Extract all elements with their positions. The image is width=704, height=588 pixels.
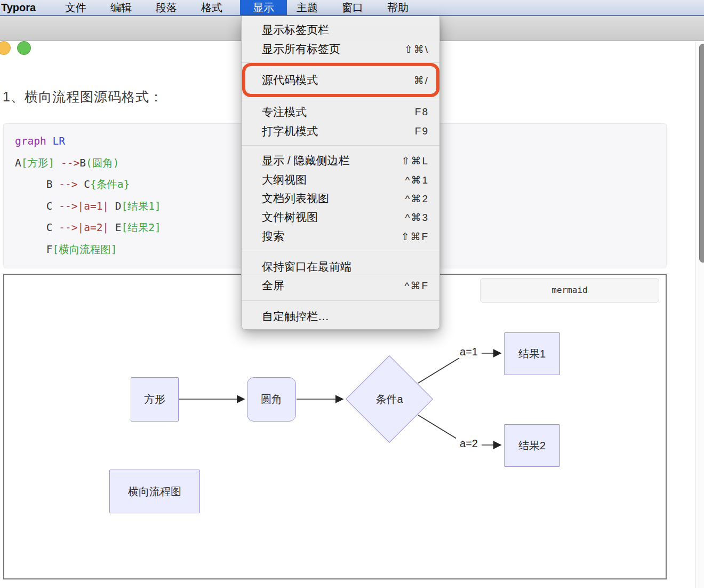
code-segment: --> xyxy=(59,178,84,190)
menu-item-show-tab-bar[interactable]: 显示标签页栏 xyxy=(242,20,439,39)
code-segment: [结果1] xyxy=(122,200,161,212)
menubar-item-themes[interactable]: 主题 xyxy=(297,0,318,15)
menu-item-keep-window-on-top[interactable]: 保持窗口在最前端 xyxy=(242,257,439,276)
code-segment: graph xyxy=(15,135,46,147)
code-segment: F xyxy=(15,243,52,256)
menubar-item-edit[interactable]: 编辑 xyxy=(110,0,132,15)
menu-separator xyxy=(242,145,439,146)
flow-node-horizontal-flowchart: 横向流程图 xyxy=(109,470,200,513)
code-segment: [结果2] xyxy=(122,221,161,234)
typora-window: 1、横向流程图源码格式： graph LR A[方形] -->B(圆角) B -… xyxy=(0,0,704,588)
flow-node-result2: 结果2 xyxy=(504,424,560,467)
menu-separator xyxy=(242,62,439,63)
code-segment xyxy=(54,157,61,169)
menubar-item-paragraph[interactable]: 段落 xyxy=(156,0,177,15)
menu-separator xyxy=(242,99,439,99)
menu-item-search[interactable]: 搜索⇧⌘F xyxy=(242,227,439,246)
menu-item-file-tree-view[interactable]: 文件树视图^⌘3 xyxy=(242,208,439,227)
code-segment: -->|a=2| xyxy=(59,221,109,234)
code-segment: B xyxy=(15,178,59,190)
code-segment: C xyxy=(84,178,90,190)
code-segment: E xyxy=(109,221,121,234)
menu-separator xyxy=(242,300,439,301)
code-segment: C xyxy=(15,200,59,212)
code-segment: [方形] xyxy=(21,157,54,169)
flow-node-rounded: 圆角 xyxy=(247,377,296,422)
code-segment: -->|a=1| xyxy=(59,200,109,212)
code-segment: D xyxy=(109,200,121,212)
menu-item-document-list-view[interactable]: 文档列表视图^⌘2 xyxy=(242,189,439,208)
menu-separator xyxy=(242,251,439,251)
menu-item-show-all-tabs[interactable]: 显示所有标签页⇧⌘\ xyxy=(242,39,439,59)
code-segment: [横向流程图] xyxy=(52,243,117,256)
menu-item-customize-touch-bar[interactable]: 自定触控栏… xyxy=(242,307,439,326)
code-segment: LR xyxy=(46,135,65,147)
menubar-item-view[interactable]: 显示 xyxy=(240,0,287,15)
window-minimize-button[interactable] xyxy=(0,41,11,55)
code-segment: {条件a} xyxy=(90,178,130,190)
flow-node-condition: 条件a xyxy=(363,392,416,407)
page-title: 1、横向流程图源码格式： xyxy=(3,88,163,106)
menu-bar: Typora 文件 编辑 段落 格式 显示 主题 窗口 帮助 xyxy=(0,0,704,16)
menu-item-source-code-mode[interactable]: 源代码模式⌘/ xyxy=(242,70,439,90)
scrollbar[interactable] xyxy=(695,42,704,588)
menu-item-outline-view[interactable]: 大纲视图^⌘1 xyxy=(242,170,439,189)
menu-item-fullscreen[interactable]: 全屏^⌘F xyxy=(242,276,439,295)
view-menu: 显示标签页栏 显示所有标签页⇧⌘\ 源代码模式⌘/ 专注模式F8 打字机模式F9… xyxy=(241,16,440,330)
code-segment: --> xyxy=(61,157,79,169)
menu-item-toggle-sidebar[interactable]: 显示 / 隐藏侧边栏⇧⌘L xyxy=(242,151,439,170)
window-zoom-button[interactable] xyxy=(17,41,31,55)
menubar-item-typora[interactable]: Typora xyxy=(1,0,36,15)
menubar-item-format[interactable]: 格式 xyxy=(201,0,222,15)
menu-item-typewriter-mode[interactable]: 打字机模式F9 xyxy=(242,122,439,141)
flow-node-square: 方形 xyxy=(131,377,179,422)
menubar-item-file[interactable]: 文件 xyxy=(65,0,86,15)
menubar-item-help[interactable]: 帮助 xyxy=(387,0,409,15)
code-segment: A xyxy=(15,157,21,169)
edge-label-a2: a=2 xyxy=(456,438,482,450)
edge-label-a1: a=1 xyxy=(456,346,482,358)
code-segment: C xyxy=(15,221,59,234)
flow-node-result1: 结果1 xyxy=(504,332,560,375)
menubar-item-window[interactable]: 窗口 xyxy=(342,0,363,15)
menu-item-focus-mode[interactable]: 专注模式F8 xyxy=(242,102,439,122)
code-segment: B xyxy=(79,157,86,169)
code-segment: (圆角) xyxy=(86,157,119,169)
scrollbar-thumb[interactable] xyxy=(699,44,704,263)
